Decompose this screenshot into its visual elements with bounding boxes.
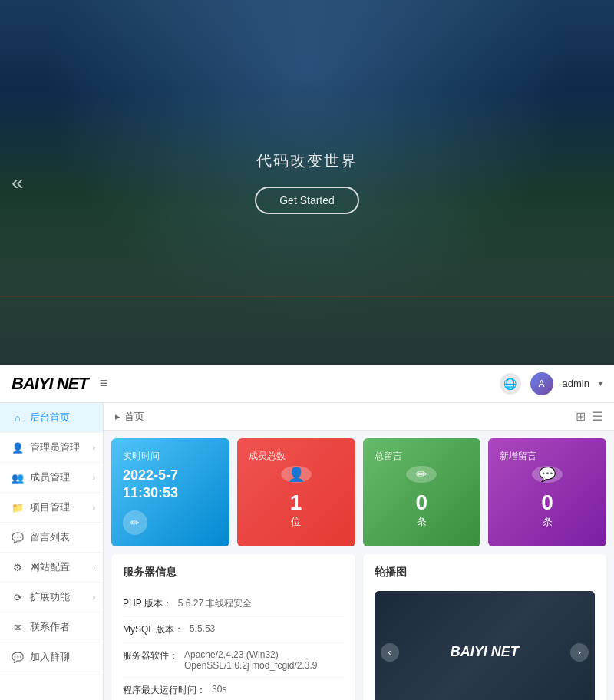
sidebar-item-member-mgmt[interactable]: 👥 成员管理 › <box>0 463 103 493</box>
stat-count-new-comment: 0 <box>541 490 553 515</box>
info-value-php: 5.6.27 非线程安全 <box>178 597 253 610</box>
sidebar-item-project-mgmt[interactable]: 📁 项目管理 › <box>0 493 103 523</box>
sidebar-item-home[interactable]: ⌂ 后台首页 <box>0 403 103 433</box>
server-info-panel: 服务器信息 PHP 版本： 5.6.27 非线程安全 MySQL 版本： 5.5… <box>111 554 355 700</box>
stat-datetime-line1: 2022-5-7 <box>123 467 218 484</box>
sidebar-item-member-label: 成员管理 <box>30 471 70 484</box>
admin-icon: 👤 <box>12 441 24 454</box>
hero-section: « 代码改变世界 Get Started <box>0 0 614 365</box>
stat-edit-icon[interactable]: ✏ <box>123 510 147 535</box>
chevron-right-icon-2: › <box>93 474 95 482</box>
stat-label-new-comment: 新增留言 <box>500 450 595 463</box>
stat-card-new-comment: 新增留言 💬 0 条 <box>488 438 606 546</box>
sidebar-item-extensions[interactable]: ⟳ 扩展功能 › <box>0 583 103 612</box>
hero-arrow-left[interactable]: « <box>12 170 24 195</box>
chevron-right-icon-4: › <box>93 563 95 572</box>
admin-bar-right: 🌐 A admin ▾ <box>500 372 602 395</box>
breadcrumb-current: 首页 <box>124 410 144 424</box>
member-stat-icon: 👤 <box>281 466 312 483</box>
comment-stat-icon: ✏ <box>406 466 437 483</box>
sidebar-item-admin-label: 管理员管理 <box>30 441 80 454</box>
globe-icon[interactable]: 🌐 <box>500 373 521 395</box>
info-label-server-software: 服务器软件： <box>123 649 178 662</box>
sidebar-item-home-label: 后台首页 <box>30 411 70 424</box>
carousel-display: ‹ BAIYI NET › <box>375 591 596 700</box>
sidebar-item-join-group[interactable]: 💬 加入群聊 <box>0 642 103 672</box>
avatar[interactable]: A <box>530 372 553 395</box>
chevron-right-icon-5: › <box>93 593 95 602</box>
carousel-arrow-left[interactable]: ‹ <box>381 643 399 662</box>
breadcrumb-actions: ⊞ ☰ <box>576 409 602 424</box>
hero-content: 代码改变世界 Get Started <box>255 150 359 214</box>
contact-icon: ✉ <box>12 621 24 633</box>
sidebar-copyright: Copyright © 2018-2022. 新源代 All rights re… <box>0 688 103 700</box>
hero-fence <box>0 296 614 319</box>
member-icon: 👥 <box>12 471 24 484</box>
site-logo: BAIYI NET <box>12 374 88 394</box>
bottom-panels: 服务器信息 PHP 版本： 5.6.27 非线程安全 MySQL 版本： 5.5… <box>104 554 614 700</box>
extension-icon: ⟳ <box>12 591 24 603</box>
admin-bar: BAIYI NET ≡ 🌐 A admin ▾ <box>0 365 614 403</box>
chevron-right-icon: › <box>93 444 95 452</box>
stat-unit-total-comment: 条 <box>417 515 427 529</box>
content-area: ▸ 首页 ⊞ ☰ 实时时间 2022-5-7 11:30:53 ✏ 成员总数 👤 <box>104 403 614 700</box>
hero-get-started-button[interactable]: Get Started <box>255 187 359 214</box>
info-label-mysql: MySQL 版本： <box>123 623 183 636</box>
sidebar-item-comment-label: 留言列表 <box>30 530 70 544</box>
admin-dropdown-icon[interactable]: ▾ <box>599 379 602 388</box>
sidebar-item-admin-mgmt[interactable]: 👤 管理员管理 › <box>0 433 103 463</box>
stat-label-members: 成员总数 <box>249 450 344 463</box>
info-row-max-runtime: 程序最大运行时间： 30s <box>123 678 344 700</box>
info-row-mysql: MySQL 版本： 5.5.53 <box>123 617 344 643</box>
stat-datetime-line2: 11:30:53 <box>123 484 218 502</box>
stats-row: 实时时间 2022-5-7 11:30:53 ✏ 成员总数 👤 1 位 总留言 … <box>104 431 614 554</box>
comment-list-icon: 💬 <box>12 531 24 543</box>
breadcrumb-sep: ▸ <box>115 411 120 422</box>
carousel-panel: 轮播图 ‹ BAIYI NET › <box>363 554 607 700</box>
stat-card-members: 成员总数 👤 1 位 <box>237 438 355 546</box>
info-row-php: PHP 版本： 5.6.27 非线程安全 <box>123 591 344 617</box>
project-icon: 📁 <box>12 501 24 513</box>
stat-card-realtime: 实时时间 2022-5-7 11:30:53 ✏ <box>111 438 229 546</box>
info-value-server-software: Apache/2.4.23 (Win32) OpenSSL/1.0.2j mod… <box>184 649 344 671</box>
hero-title: 代码改变世界 <box>255 150 359 171</box>
stat-inner-new-comment: 💬 0 条 <box>500 467 595 528</box>
stat-count-total-comment: 0 <box>416 490 428 515</box>
sidebar-item-contact-label: 联系作者 <box>30 620 70 634</box>
sidebar-item-comment-list[interactable]: 💬 留言列表 <box>0 523 103 553</box>
stat-unit-new-comment: 条 <box>543 515 553 529</box>
carousel-logo: BAIYI NET <box>451 644 519 660</box>
stat-card-total-comment: 总留言 ✏ 0 条 <box>363 438 481 546</box>
stat-label-realtime: 实时时间 <box>123 450 218 463</box>
stat-inner-total-comment: ✏ 0 条 <box>375 467 470 528</box>
chevron-right-icon-3: › <box>93 504 95 512</box>
sidebar-item-extensions-label: 扩展功能 <box>30 590 70 604</box>
sidebar-item-group-label: 加入群聊 <box>30 650 70 664</box>
carousel-title: 轮播图 <box>375 566 596 579</box>
group-icon: 💬 <box>12 651 24 663</box>
info-row-server-software: 服务器软件： Apache/2.4.23 (Win32) OpenSSL/1.0… <box>123 643 344 678</box>
new-comment-stat-icon: 💬 <box>532 466 563 483</box>
server-info-title: 服务器信息 <box>123 566 344 579</box>
sidebar: ⌂ 后台首页 👤 管理员管理 › 👥 成员管理 › 📁 项目管理 › 💬 留言列… <box>0 403 104 700</box>
info-label-php: PHP 版本： <box>123 597 172 610</box>
sidebar-item-project-label: 项目管理 <box>30 500 70 514</box>
grid-view-icon[interactable]: ⊞ <box>576 409 586 424</box>
config-icon: ⚙ <box>12 561 24 573</box>
stat-inner-members: 👤 1 位 <box>249 467 344 528</box>
main-layout: ⌂ 后台首页 👤 管理员管理 › 👥 成员管理 › 📁 项目管理 › 💬 留言列… <box>0 403 614 700</box>
hamburger-menu[interactable]: ≡ <box>100 375 108 391</box>
breadcrumb: ▸ 首页 <box>115 410 144 424</box>
sidebar-item-contact[interactable]: ✉ 联系作者 <box>0 612 103 642</box>
list-view-icon[interactable]: ☰ <box>592 409 602 424</box>
carousel-arrow-right[interactable]: › <box>570 643 589 662</box>
breadcrumb-bar: ▸ 首页 ⊞ ☰ <box>104 403 614 431</box>
sidebar-item-site-config[interactable]: ⚙ 网站配置 › <box>0 553 103 583</box>
home-icon: ⌂ <box>12 411 24 424</box>
stat-unit-members: 位 <box>291 515 301 529</box>
admin-name[interactable]: admin <box>563 378 589 389</box>
info-label-max-runtime: 程序最大运行时间： <box>123 684 206 697</box>
stat-label-total-comment: 总留言 <box>375 450 470 463</box>
info-value-mysql: 5.5.53 <box>190 623 215 634</box>
stat-count-members: 1 <box>290 490 302 515</box>
